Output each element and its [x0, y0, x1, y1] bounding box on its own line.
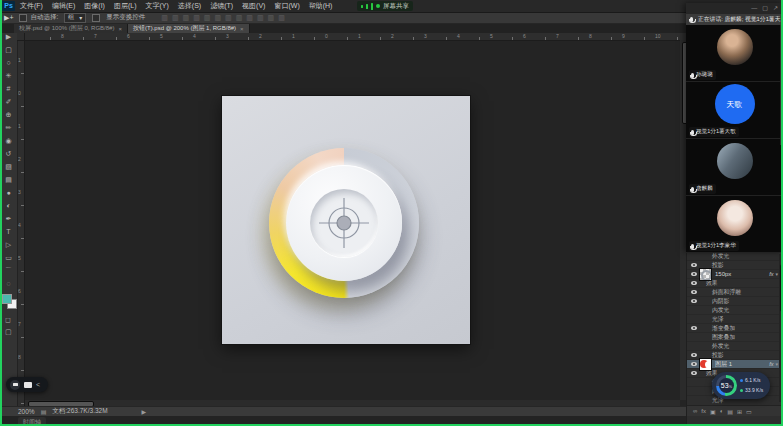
- participant-video: [686, 25, 783, 69]
- eyedropper-tool[interactable]: ✐: [0, 95, 17, 108]
- menu-item[interactable]: 编辑(E): [52, 1, 75, 11]
- layer-name[interactable]: 图层 1: [715, 360, 769, 369]
- color-swatches[interactable]: [2, 294, 16, 308]
- ruler-number: 0: [325, 34, 328, 39]
- auto-select-target-dropdown[interactable]: 组 ▾: [64, 13, 86, 23]
- fx-expand-icon[interactable]: ▾: [775, 271, 778, 277]
- menu-item[interactable]: 窗口(W): [274, 1, 299, 11]
- visibility-toggle[interactable]: [689, 326, 698, 330]
- layer-effect-row[interactable]: 斜面和浮雕: [687, 288, 779, 297]
- layers-panel-footer: ∞fx▣◐▤⊞▭: [687, 405, 783, 416]
- lasso-tool[interactable]: ○: [0, 56, 17, 69]
- share-status-pill[interactable]: 屏幕共享: [357, 1, 413, 11]
- layer-thumbnail[interactable]: [699, 268, 712, 281]
- visibility-toggle[interactable]: [689, 371, 698, 375]
- minimize-icon[interactable]: —: [751, 5, 757, 12]
- layer-effect-row[interactable]: 内阴影: [687, 297, 779, 306]
- close-tab-icon[interactable]: ×: [240, 26, 244, 32]
- quick-mask-icon[interactable]: ◻: [5, 316, 11, 324]
- history-brush-tool[interactable]: ↺: [0, 147, 17, 160]
- auto-select-option[interactable]: 自动选择:: [19, 13, 58, 22]
- clone-stamp-tool[interactable]: ◉: [0, 134, 17, 147]
- blur-tool[interactable]: ●: [0, 186, 17, 199]
- meeting-dock-pill[interactable]: <: [6, 377, 48, 392]
- effect-label: 外发光: [712, 252, 729, 261]
- layer-fx-badge[interactable]: fx: [769, 271, 773, 277]
- zoom-tool[interactable]: ◌: [0, 277, 17, 290]
- layer-effect-row[interactable]: 外发光: [687, 252, 779, 261]
- participant-tile[interactable]: 唐麒麟: [686, 139, 783, 196]
- participant-tile[interactable]: 孙璐璐: [686, 25, 783, 82]
- crop-tool[interactable]: #: [0, 82, 17, 95]
- layer-row[interactable]: 图层 1fx▾: [687, 360, 779, 369]
- shape-tool[interactable]: ▭: [0, 251, 17, 264]
- artboard[interactable]: [222, 96, 470, 344]
- camera-icon[interactable]: [10, 380, 20, 390]
- brush-tool[interactable]: ✏: [0, 121, 17, 134]
- participant-tile[interactable]: 视觉1分1李豪华: [686, 196, 783, 253]
- collapse-chevron-icon[interactable]: <: [36, 377, 40, 392]
- magic-wand-tool[interactable]: ✳: [0, 69, 17, 82]
- close-tab-icon[interactable]: ×: [118, 26, 122, 32]
- system-monitor-widget[interactable]: 53 % 6.1 K/s 33.9 K/s: [712, 372, 770, 399]
- screen-mode-icon[interactable]: ▢: [5, 328, 12, 336]
- layout-icon[interactable]: ▢: [762, 5, 768, 12]
- layer-effect-row[interactable]: 外发光: [687, 342, 779, 351]
- layer-group-icon[interactable]: ▤: [727, 408, 733, 415]
- layer-style-icon[interactable]: fx: [701, 408, 706, 414]
- status-arrow-icon[interactable]: ▶: [142, 408, 147, 415]
- menu-item[interactable]: 图层(L): [114, 1, 137, 11]
- visibility-toggle[interactable]: [689, 353, 698, 357]
- align-middle-icon: ▥: [172, 14, 179, 22]
- visibility-toggle[interactable]: [689, 281, 698, 285]
- layer-effect-row[interactable]: 内发光: [687, 306, 779, 315]
- path-selection-tool[interactable]: ▷: [0, 238, 17, 251]
- auto-select-checkbox[interactable]: [19, 14, 27, 22]
- visibility-toggle[interactable]: [689, 299, 698, 303]
- pen-tool[interactable]: ✒: [0, 212, 17, 225]
- link-layers-icon[interactable]: ∞: [693, 408, 697, 414]
- eraser-tool[interactable]: ▨: [0, 160, 17, 173]
- layer-row[interactable]: 150pxfx▾: [687, 270, 779, 279]
- popout-icon[interactable]: ↗: [773, 5, 778, 12]
- document-tab[interactable]: 校屏.psd @ 100% (图层 0, RGB/8#)×: [14, 24, 128, 33]
- adjustment-layer-icon[interactable]: ◐: [720, 408, 724, 414]
- foreground-color-swatch[interactable]: [2, 294, 12, 304]
- menu-item[interactable]: 选择(S): [178, 1, 201, 11]
- menu-item[interactable]: 图像(I): [84, 1, 105, 11]
- layer-effect-row[interactable]: 图案叠加: [687, 333, 779, 342]
- menu-item[interactable]: 文字(Y): [145, 1, 168, 11]
- menu-item[interactable]: 视图(V): [242, 1, 265, 11]
- fx-expand-icon[interactable]: ▾: [775, 361, 778, 367]
- layer-thumbnail[interactable]: [699, 358, 712, 371]
- gradient-tool[interactable]: ▤: [0, 173, 17, 186]
- visibility-toggle[interactable]: [689, 263, 698, 267]
- canvas-pasteboard[interactable]: [25, 40, 686, 406]
- hand-tool[interactable]: ⌒: [0, 264, 17, 277]
- type-tool[interactable]: T: [0, 225, 17, 238]
- menu-item[interactable]: 滤镜(T): [210, 1, 233, 11]
- layer-fx-badge[interactable]: fx: [769, 361, 773, 367]
- move-tool-icon[interactable]: ▶+: [4, 14, 13, 22]
- dodge-tool[interactable]: ◐: [0, 199, 17, 212]
- zoom-level[interactable]: 200%: [18, 408, 35, 415]
- visibility-toggle[interactable]: [689, 272, 698, 276]
- upload-speed: 33.9 K/s: [740, 387, 763, 393]
- menu-item[interactable]: 帮助(H): [309, 1, 333, 11]
- document-tab[interactable]: 按钮(T).psd @ 200% (图层 1, RGB/8#)×: [128, 24, 250, 33]
- healing-brush-tool[interactable]: ⊕: [0, 108, 17, 121]
- new-layer-icon[interactable]: ⊞: [737, 408, 742, 415]
- auto-select-label: 自动选择:: [30, 13, 58, 22]
- visibility-toggle[interactable]: [689, 290, 698, 294]
- layer-mask-icon[interactable]: ▣: [710, 408, 716, 415]
- menu-item[interactable]: 文件(F): [20, 1, 43, 11]
- show-transform-checkbox[interactable]: [92, 14, 100, 22]
- marquee-tool[interactable]: ▢: [0, 43, 17, 56]
- visibility-toggle[interactable]: [689, 362, 698, 366]
- layer-name[interactable]: 150px: [715, 271, 769, 277]
- participant-tile[interactable]: 天歌视觉1分1薯天歌: [686, 82, 783, 139]
- delete-layer-icon[interactable]: ▭: [746, 408, 752, 415]
- history-brush-tool-glyph: ↺: [6, 150, 12, 158]
- share-screen-icon[interactable]: [24, 382, 32, 388]
- ruler-number: 8: [589, 34, 592, 39]
